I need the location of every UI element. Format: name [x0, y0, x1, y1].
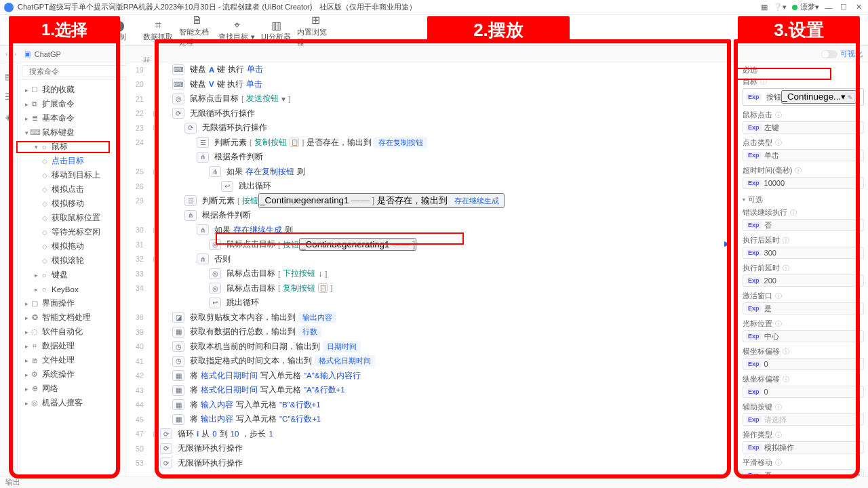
help-icon[interactable]: ⓘ: [775, 110, 782, 120]
tree-node[interactable]: ▸◌软件自动化: [18, 325, 125, 339]
help-icon[interactable]: ⓘ: [775, 430, 782, 440]
tree-node[interactable]: ▸◎机器人擅客: [18, 396, 125, 410]
section-optional[interactable]: ▾可选: [743, 195, 864, 205]
tree-node[interactable]: ▸⚙系统操作: [18, 367, 125, 382]
tree-node[interactable]: ▸🗎文件处理: [18, 353, 125, 367]
editor-line[interactable]: ⋔根据条件判断: [126, 150, 736, 165]
toolbar-录制[interactable]: ⬤录制: [100, 18, 137, 42]
fold-icon[interactable]: ⊟: [151, 110, 160, 117]
editor-line[interactable]: 42▦将 格式化日期时间 写入单元格 "A"&输入内容行: [126, 369, 736, 384]
editor-line[interactable]: 31◎鼠标点击目标 [按钮_Continuegenerating1 —— ]▶: [126, 237, 736, 252]
run-step-icon[interactable]: ▶: [724, 239, 730, 248]
editor-line[interactable]: 34◎鼠标点击目标 [复制按钮 📋 ]: [126, 281, 736, 296]
editor-line[interactable]: 33◎鼠标点击目标 [下拉按钮 ↓ ]: [126, 266, 736, 281]
editor-line[interactable]: 21◎鼠标点击目标 [发送按钮 ▾ ]: [126, 92, 736, 106]
prop-value[interactable]: Exp中心▾: [743, 330, 864, 342]
tree-node[interactable]: ◇点击目标: [18, 154, 125, 168]
help-icon[interactable]: ⓘ: [795, 166, 802, 176]
toolbar-智能文档处理[interactable]: 🗎智能文档处理: [179, 14, 216, 47]
tree-node[interactable]: ▾○鼠标: [18, 140, 125, 154]
toolbar-UI分析器[interactable]: ▥UI分析器: [258, 18, 294, 42]
tab-next[interactable]: ›: [14, 50, 16, 58]
toolbar-时间线 ▾[interactable]: ◷时间线 ▾: [52, 18, 89, 42]
fold-icon[interactable]: ⊟: [151, 256, 160, 263]
toolbar-内置浏览器[interactable]: ⊞内置浏览器: [297, 14, 334, 47]
tree-node[interactable]: ▸≣基本命令: [18, 111, 125, 125]
help-icon[interactable]: ⓘ: [783, 347, 789, 357]
tree-node[interactable]: ▸✪智能文档处理: [18, 310, 125, 325]
prop-value[interactable]: Exp否▾: [743, 469, 864, 476]
tree-node[interactable]: ◇模拟点击: [18, 182, 125, 197]
editor-line[interactable]: 23⊟⟳无限循环执行操作: [126, 121, 736, 136]
editor-line[interactable]: 53⟳无限循环执行操作: [126, 456, 736, 471]
editor-line[interactable]: 43▦将 格式化日期时间 写入单元格 "A"&行数+1: [126, 383, 736, 398]
editor-line[interactable]: 50⟳无限循环执行操作: [126, 441, 736, 456]
tab-file[interactable]: ▣ ChatGP: [24, 50, 61, 58]
tree-node[interactable]: ▸○KeyBox: [18, 282, 125, 296]
help-icon[interactable]: ⓘ: [775, 291, 782, 301]
tree-node[interactable]: ◇移动到目标上: [18, 168, 125, 182]
maximize-button[interactable]: ☐: [838, 2, 849, 13]
rail-explorer-icon[interactable]: ▤: [3, 70, 15, 83]
help-icon[interactable]: ⓘ: [775, 403, 782, 412]
editor-line[interactable]: 47⊟⟳循环 i 从 0 到 10 ，步长 1: [126, 427, 736, 442]
search-input[interactable]: [22, 65, 130, 77]
tree-node[interactable]: ▾⌨鼠标键盘: [18, 125, 125, 140]
toolbar-停止[interactable]: ◼停止: [4, 18, 41, 42]
fold-icon[interactable]: ⊟: [151, 226, 160, 234]
visual-mode-toggle[interactable]: 可视化: [821, 49, 863, 59]
prop-value[interactable]: Exp200: [743, 274, 864, 287]
editor-line[interactable]: 24☲判断元素 [复制按钮 📋 ] 是否存在，输出到 存在复制按钮: [126, 136, 736, 150]
prop-value[interactable]: Exp是▾: [743, 302, 864, 314]
editor-line[interactable]: 29☲判断元素 [按钮_Continuegenerating1 —— ] 是否存…: [126, 194, 736, 209]
editor-line[interactable]: 26↩跳出循环: [126, 179, 736, 194]
editor-line[interactable]: 41◷获取指定格式的时间文本，输出到 格式化日期时间: [126, 354, 736, 369]
user-menu[interactable]: 漂梦▾: [800, 2, 819, 12]
help-icon[interactable]: ⓘ: [783, 264, 789, 273]
prop-value[interactable]: Exp300: [743, 247, 864, 259]
editor-line[interactable]: 38◪获取剪贴板文本内容，输出到 输出内容: [126, 310, 736, 325]
editor-line[interactable]: 25⊟⋔如果 存在复制按钮 则: [126, 165, 736, 180]
help-icon[interactable]: ⓘ: [775, 458, 782, 468]
rail-vars-icon[interactable]: ◈: [3, 111, 15, 123]
prop-value[interactable]: Exp请选择: [743, 413, 864, 426]
tree-node[interactable]: ▸⌗数据处理: [18, 339, 125, 353]
toolbar-数据抓取[interactable]: ⌗数据抓取: [140, 18, 176, 42]
editor-line[interactable]: ↩跳出循环: [126, 296, 736, 310]
prop-value[interactable]: Exp0: [743, 358, 864, 370]
prop-value[interactable]: Exp左键▾: [743, 121, 864, 134]
prop-value[interactable]: Exp单击▾: [743, 149, 864, 161]
tree-node[interactable]: ◇获取鼠标位置: [18, 211, 125, 225]
editor-line[interactable]: 45▦将 输出内容 写入单元格 "C"&行数+1: [126, 412, 736, 427]
toolbar-查找目标 ▾[interactable]: ⌖查找目标 ▾: [218, 18, 255, 42]
editor-line[interactable]: ⋔根据条件判断: [126, 208, 736, 223]
editor-line[interactable]: 40◷获取本机当前的时间和日期，输出到 日期时间: [126, 340, 736, 354]
fold-icon[interactable]: ⊟: [151, 430, 160, 438]
tree-node[interactable]: ◇等待光标空闲: [18, 225, 125, 239]
help-icon[interactable]: ⓘ: [790, 208, 797, 218]
tree-node[interactable]: ◇模拟拖动: [18, 239, 125, 253]
editor-line[interactable]: 20⌨键盘 V 键 执行 单击: [126, 77, 736, 92]
editor-line[interactable]: 19⌨键盘 A 键 执行 单击: [126, 62, 736, 77]
prop-value[interactable]: Exp否▾: [743, 219, 864, 231]
grid-icon[interactable]: ▦: [761, 3, 768, 12]
fold-icon[interactable]: ⊟: [151, 124, 160, 131]
target-selector[interactable]: Exp按钮_Continuege...▾✎: [743, 88, 864, 106]
editor-line[interactable]: 32⊟⋔否则: [126, 252, 736, 267]
help-icon[interactable]: ⓘ: [775, 319, 782, 329]
tree-node[interactable]: ▸○键盘: [18, 268, 125, 282]
editor-line[interactable]: 22⊟⟳无限循环执行操作: [126, 106, 736, 121]
prop-value[interactable]: Exp10000: [743, 177, 864, 189]
tab-prev[interactable]: ‹: [5, 50, 7, 58]
editor-line[interactable]: 44▦将 输入内容 写入单元格 "B"&行数+1: [126, 398, 736, 413]
tree-node[interactable]: ◇模拟滚轮: [18, 253, 125, 268]
tree-node[interactable]: ▸⧉扩展命令: [18, 97, 125, 111]
rail-search-icon[interactable]: ☰: [3, 91, 15, 103]
help-icon[interactable]: ⓘ: [783, 375, 789, 384]
help-icon[interactable]: ⓘ: [783, 236, 789, 245]
tree-node[interactable]: ▸⊕网络: [18, 382, 125, 396]
close-button[interactable]: ✕: [853, 2, 864, 13]
prop-value[interactable]: Exp模拟操作▾: [743, 441, 864, 453]
help-icon[interactable]: ⓘ: [775, 138, 782, 148]
fold-icon[interactable]: ⊟: [151, 168, 160, 176]
